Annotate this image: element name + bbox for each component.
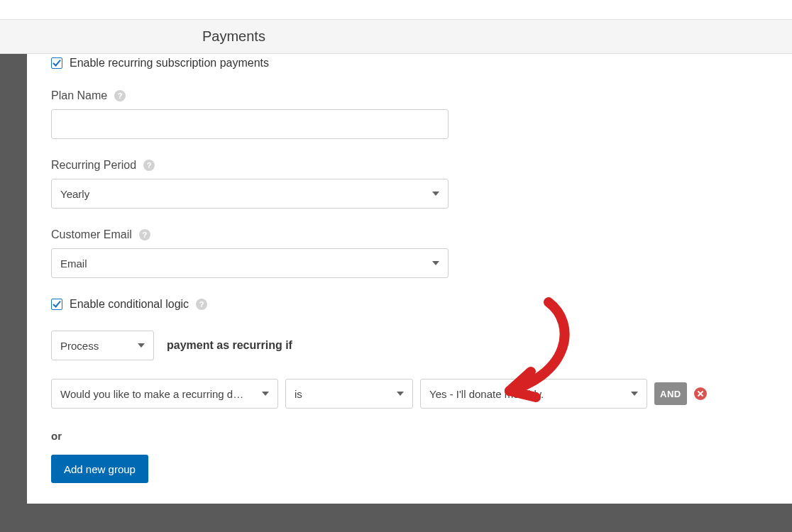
plan-name-input[interactable]: [51, 109, 449, 139]
or-label: or: [51, 430, 792, 442]
enable-recurring-row: Enable recurring subscription payments: [51, 54, 792, 70]
customer-email-select[interactable]: Email: [51, 248, 449, 278]
rule-value-select[interactable]: Yes - I'll donate monthly.: [420, 379, 647, 409]
top-strip: [0, 0, 792, 20]
conditional-action-select[interactable]: Process: [51, 331, 154, 360]
add-new-group-button[interactable]: Add new group: [51, 455, 148, 483]
recurring-period-select[interactable]: Yearly: [51, 179, 449, 209]
plan-name-label: Plan Name: [51, 89, 107, 102]
recurring-period-label: Recurring Period: [51, 159, 136, 172]
chevron-down-icon: [262, 392, 269, 396]
customer-email-label: Customer Email: [51, 228, 132, 241]
rule-value-value: Yes - I'll donate monthly.: [429, 388, 544, 400]
remove-rule-icon[interactable]: [694, 387, 707, 400]
rule-field-select[interactable]: Would you like to make a recurring d…: [51, 379, 278, 409]
chevron-down-icon: [432, 261, 439, 265]
conditional-static-text: payment as recurring if: [167, 339, 292, 352]
customer-email-label-row: Customer Email ?: [51, 228, 792, 241]
plan-name-group: Plan Name ?: [51, 89, 792, 139]
rule-operator-select[interactable]: is: [285, 379, 413, 409]
payments-panel: Enable recurring subscription payments P…: [27, 54, 792, 504]
conditional-action-row: Process payment as recurring if: [51, 331, 792, 360]
and-button[interactable]: AND: [654, 382, 687, 405]
chevron-down-icon: [397, 392, 404, 396]
help-icon[interactable]: ?: [196, 299, 207, 310]
header-bar: Payments: [0, 20, 792, 54]
rule-operator-value: is: [295, 388, 302, 400]
enable-recurring-label: Enable recurring subscription payments: [70, 57, 269, 70]
conditional-action-value: Process: [60, 340, 99, 352]
rule-field-value: Would you like to make a recurring d…: [60, 388, 243, 400]
recurring-period-value: Yearly: [60, 188, 89, 200]
enable-conditional-row: Enable conditional logic ?: [51, 298, 792, 311]
plan-name-label-row: Plan Name ?: [51, 89, 792, 102]
help-icon[interactable]: ?: [143, 160, 155, 171]
help-icon[interactable]: ?: [114, 90, 126, 101]
enable-recurring-checkbox[interactable]: [51, 57, 62, 69]
chevron-down-icon: [138, 343, 145, 348]
enable-conditional-checkbox[interactable]: [51, 299, 62, 310]
enable-conditional-label: Enable conditional logic: [70, 298, 189, 311]
page-title: Payments: [202, 28, 265, 45]
recurring-period-group: Recurring Period ? Yearly: [51, 159, 792, 209]
recurring-period-label-row: Recurring Period ?: [51, 159, 792, 172]
customer-email-group: Customer Email ? Email: [51, 228, 792, 278]
help-icon[interactable]: ?: [139, 229, 150, 240]
chevron-down-icon: [631, 392, 638, 396]
chevron-down-icon: [432, 192, 439, 196]
customer-email-value: Email: [60, 257, 87, 270]
conditional-rule-row: Would you like to make a recurring d… is…: [51, 379, 792, 409]
